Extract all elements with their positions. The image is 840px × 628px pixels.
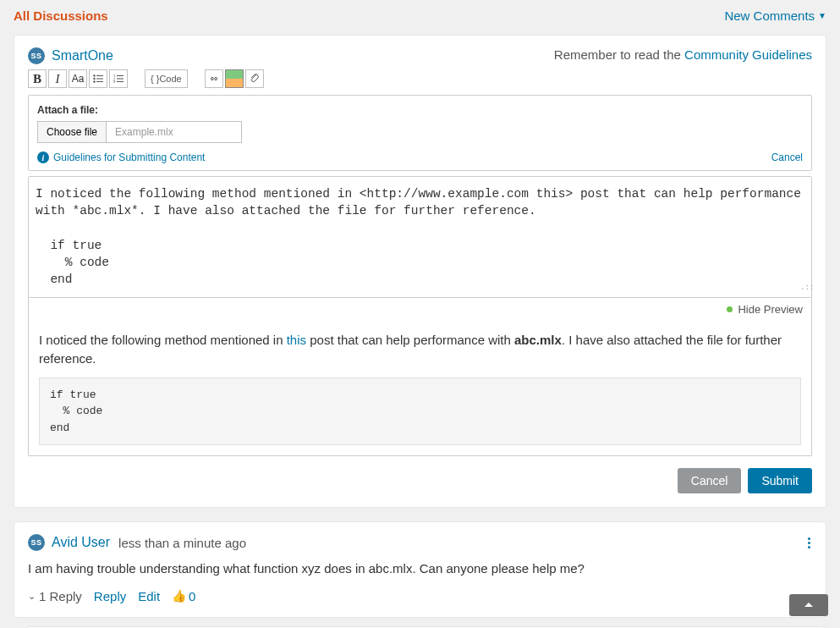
comment-timestamp: less than a minute ago [118, 536, 246, 550]
attach-label: Attach a file: [37, 104, 803, 116]
chevron-down-icon: ⌄ [28, 591, 36, 602]
svg-rect-3 [96, 79, 103, 80]
image-button[interactable] [225, 69, 244, 88]
more-menu-button[interactable] [804, 534, 814, 552]
edit-link[interactable]: Edit [138, 589, 160, 603]
all-discussions-link[interactable]: All Discussions [14, 8, 108, 23]
attach-cancel-link[interactable]: Cancel [771, 151, 803, 163]
attach-section: Attach a file: Choose file Example.mlx i… [28, 95, 812, 171]
numbered-list-button[interactable]: 123 [109, 69, 128, 88]
preview-code-block: if true % code end [39, 377, 801, 446]
italic-button[interactable]: I [48, 69, 67, 88]
preview-link-this[interactable]: this [287, 333, 306, 347]
svg-rect-11 [117, 81, 124, 82]
svg-point-4 [93, 80, 95, 82]
preview-bold: abc.mlx [514, 333, 562, 347]
reminder-text: Remember to read the [554, 47, 684, 62]
monospace-button[interactable]: Aa [69, 69, 87, 88]
reply-link[interactable]: Reply [94, 589, 126, 603]
community-guidelines-link[interactable]: Community Guidelines [684, 47, 812, 62]
info-icon: i [37, 151, 49, 163]
svg-rect-7 [117, 75, 124, 76]
svg-point-0 [93, 74, 95, 76]
link-button[interactable] [205, 69, 223, 88]
caret-down-icon: ▼ [818, 11, 826, 20]
replies-toggle[interactable]: ⌄ 1 Reply [28, 589, 82, 603]
preview-bar: Hide Preview [28, 297, 812, 321]
bullet-list-button[interactable] [89, 69, 107, 88]
new-comments-label: New Comments [724, 8, 815, 23]
like-count: 0 [189, 589, 195, 603]
svg-rect-1 [96, 75, 103, 76]
code-button[interactable]: Code [145, 69, 188, 88]
cancel-button[interactable]: Cancel [678, 468, 742, 493]
username-link[interactable]: Avid User [52, 535, 110, 550]
replies-count: 1 Reply [39, 589, 82, 603]
bold-button[interactable]: B [28, 69, 47, 88]
choose-file-button[interactable]: Choose file [37, 121, 107, 143]
svg-rect-5 [96, 81, 103, 82]
avatar: SS [28, 47, 45, 64]
attach-button[interactable] [245, 69, 264, 88]
svg-text:3: 3 [113, 80, 116, 83]
reply-editor-card: SS SmartOne Remember to read the Communi… [14, 35, 826, 508]
hide-preview-toggle[interactable]: Hide Preview [738, 303, 803, 316]
submitting-guidelines-link[interactable]: Guidelines for Submitting Content [53, 151, 205, 163]
new-comments-dropdown[interactable]: New Comments ▼ [724, 8, 826, 23]
comment-body: I am having trouble understanding what f… [28, 559, 812, 579]
preview-status-dot-icon [727, 306, 733, 312]
file-name-display: Example.mlx [107, 121, 242, 143]
resize-handle-icon[interactable]: .:: [800, 286, 809, 295]
editor-toolbar: B I Aa 123 Code [28, 69, 812, 88]
thumb-up-icon: 👍 [172, 589, 186, 603]
like-button[interactable]: 👍 0 [172, 589, 195, 603]
preview-text: I noticed the following method mentioned… [39, 333, 287, 347]
preview-area: I noticed the following method mentioned… [28, 321, 812, 457]
svg-rect-9 [117, 79, 124, 80]
username-link[interactable]: SmartOne [52, 48, 113, 63]
scroll-to-top-button[interactable] [789, 594, 828, 616]
editor-content: I noticed the following method mentioned… [36, 187, 809, 286]
chevron-up-icon [803, 601, 815, 609]
avatar: SS [28, 534, 45, 551]
svg-point-2 [93, 78, 95, 80]
comment-card: SS Avid User less than a minute ago I am… [14, 521, 826, 618]
preview-text: post that can help performance with [306, 333, 514, 347]
submit-button[interactable]: Submit [748, 468, 812, 493]
guidelines-reminder: Remember to read the Community Guideline… [554, 47, 812, 62]
editor-textarea[interactable]: I noticed the following method mentioned… [28, 176, 812, 298]
